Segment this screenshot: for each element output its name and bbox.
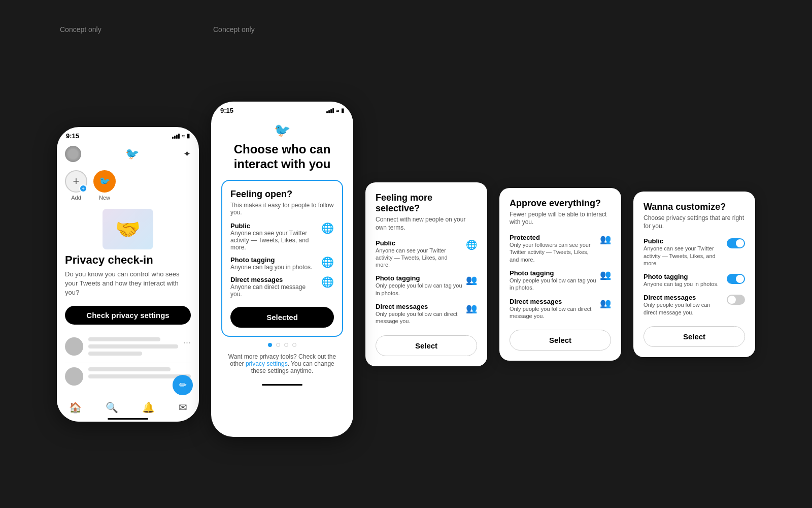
customize-photo-title: Photo tagging	[644, 273, 719, 280]
concept-label-2: Concept only	[213, 25, 255, 34]
home-indicator-2	[211, 378, 353, 388]
story-new-label: New	[99, 195, 110, 201]
choose-title: Choose who can interact with you	[221, 142, 343, 172]
toggle-dm-control[interactable]	[727, 295, 745, 305]
feed-line	[88, 337, 160, 341]
approve-row2: Photo tagging Only people you follow can…	[510, 269, 611, 292]
battery-icon: ▮	[187, 133, 190, 139]
selective-public-desc: Anyone can see your Twitter activity — T…	[376, 247, 463, 269]
card-open-public-title: Public	[230, 222, 317, 230]
card-open-row1-text: Public Anyone can see your Twitter activ…	[230, 222, 317, 251]
customize-photo-desc: Anyone can tag you in photos.	[644, 280, 719, 288]
messages-nav-icon[interactable]: ✉	[179, 401, 187, 414]
feed-item-2	[65, 363, 191, 390]
toggle-photo[interactable]	[727, 274, 745, 284]
card-open-dm-desc: Anyone can direct message you.	[230, 283, 317, 298]
selective-subtitle: Connect with new people on your own term…	[376, 216, 477, 232]
selective-row3: Direct messages Only people you follow c…	[376, 303, 477, 325]
approve-photo-title: Photo tagging	[510, 269, 597, 277]
card-open-row2: Photo tagging Anyone can tag you in phot…	[230, 256, 334, 271]
story-avatar-new: 🐦	[93, 170, 116, 193]
toggle-knob	[736, 239, 744, 247]
wifi-icon-2: ≈	[336, 108, 339, 114]
selected-button[interactable]: Selected	[230, 307, 334, 328]
privacy-settings-link[interactable]: privacy settings	[246, 360, 288, 367]
card-open-row3: Direct messages Anyone can direct messag…	[230, 276, 334, 298]
dot-2[interactable]	[276, 343, 280, 347]
phone2-content: Choose who can interact with you Feeling…	[211, 142, 353, 374]
phone-2: 9:15 ≈ ▮ 🐦 Choose who can interact with …	[211, 102, 353, 437]
sparkle-icon[interactable]: ✦	[183, 148, 191, 160]
approve-card: Approve everything? Fewer people will be…	[499, 188, 621, 361]
feed-line	[88, 352, 142, 356]
approve-row1: Protected Only your followers can see yo…	[510, 234, 611, 263]
phone2-header: 🐦	[211, 116, 353, 142]
search-nav-icon[interactable]: 🔍	[106, 401, 118, 414]
people-icon-app-2: 👥	[600, 269, 611, 280]
people-icon-app-3: 👥	[600, 298, 611, 309]
illustration-image: 🤝	[103, 209, 153, 249]
approve-subtitle: Fewer people will be able to interact wi…	[510, 211, 611, 227]
home-nav-icon[interactable]: 🏠	[69, 401, 82, 414]
compose-fab[interactable]: ✏	[173, 375, 193, 395]
notifications-nav-icon[interactable]: 🔔	[142, 401, 155, 414]
signal-icon-2	[326, 108, 334, 113]
concept-label-1: Concept only	[60, 25, 101, 34]
feed-lines-1	[88, 337, 178, 359]
customize-row2-text: Photo tagging Anyone can tag you in phot…	[644, 273, 719, 288]
feed-avatar-2	[65, 367, 83, 386]
people-icon-sel-3: 👥	[466, 303, 477, 314]
selective-row2: Photo tagging Only people you follow can…	[376, 274, 477, 297]
approve-photo-desc: Only people you follow can tag you in ph…	[510, 277, 597, 292]
dot-4[interactable]	[292, 343, 296, 347]
toggle-public[interactable]	[727, 238, 745, 248]
people-icon-sel-2: 👥	[466, 274, 477, 285]
customize-row1: Public Anyone can see your Twitter activ…	[644, 237, 745, 267]
selective-photo-title: Photo tagging	[376, 274, 463, 282]
customize-subtitle: Choose privacy settings that are right f…	[644, 214, 745, 230]
user-avatar[interactable]	[65, 146, 81, 162]
selective-public-title: Public	[376, 239, 463, 247]
globe-icon-sel-1: 🌐	[466, 239, 477, 250]
pagination-dots	[221, 343, 343, 347]
dot-3[interactable]	[284, 343, 288, 347]
selective-row1-text: Public Anyone can see your Twitter activ…	[376, 239, 463, 269]
customize-row2: Photo tagging Anyone can tag you in phot…	[644, 273, 745, 288]
selective-card: Feeling more selective? Connect with new…	[365, 182, 487, 366]
story-add[interactable]: + + Add	[65, 170, 87, 201]
customize-select-button[interactable]: Select	[644, 326, 745, 347]
dot-1[interactable]	[268, 343, 272, 347]
customize-row3: Direct messages Only people you follow c…	[644, 294, 745, 316]
toggle-photo-control[interactable]	[727, 274, 745, 284]
footer-text: Want more privacy tools? Check out the o…	[221, 353, 343, 374]
feed-more-icon[interactable]: ···	[183, 337, 191, 359]
approve-select-button[interactable]: Select	[510, 330, 611, 351]
time-2: 9:15	[220, 107, 233, 114]
twitter-logo: 🐦	[125, 147, 139, 161]
approve-dm-desc: Only people you follow can direct messag…	[510, 305, 597, 320]
home-indicator-1	[108, 418, 148, 420]
toggle-public-control[interactable]	[727, 238, 745, 248]
customize-dm-desc: Only people you follow can direct messag…	[644, 301, 724, 316]
selective-row2-text: Photo tagging Only people you follow can…	[376, 274, 463, 297]
card-open-row3-text: Direct messages Anyone can direct messag…	[230, 276, 317, 298]
selective-select-button[interactable]: Select	[376, 335, 477, 356]
feed-item-1: ···	[65, 333, 191, 363]
card-open-row2-text: Photo tagging Anyone can tag you in phot…	[230, 256, 312, 271]
people-icon-app-1: 👥	[600, 234, 611, 245]
twitter-logo-2: 🐦	[274, 122, 290, 138]
toggle-dm[interactable]	[727, 295, 745, 305]
globe-icon-2: 🌐	[321, 256, 334, 268]
toggle-knob-3	[728, 296, 736, 304]
phone1-content: Privacy check-in Do you know you can con…	[57, 253, 199, 390]
customize-dm-title: Direct messages	[644, 294, 724, 301]
approve-protected-title: Protected	[510, 234, 597, 241]
approve-dm-title: Direct messages	[510, 298, 597, 305]
illustration: 🤝	[57, 209, 199, 249]
story-add-label: Add	[71, 195, 81, 201]
story-new[interactable]: 🐦 New	[93, 170, 116, 201]
check-privacy-button[interactable]: Check privacy settings	[65, 306, 191, 325]
approve-row3: Direct messages Only people you follow c…	[510, 298, 611, 320]
card-open-dm-title: Direct messages	[230, 276, 317, 283]
toggle-knob-2	[736, 275, 744, 283]
